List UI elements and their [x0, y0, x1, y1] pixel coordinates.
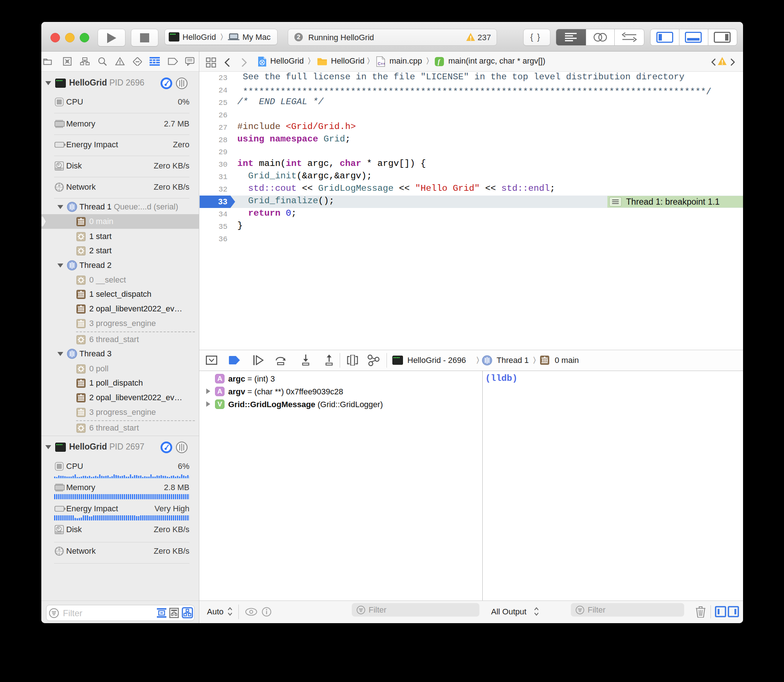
- svg-text:C++: C++: [378, 61, 385, 66]
